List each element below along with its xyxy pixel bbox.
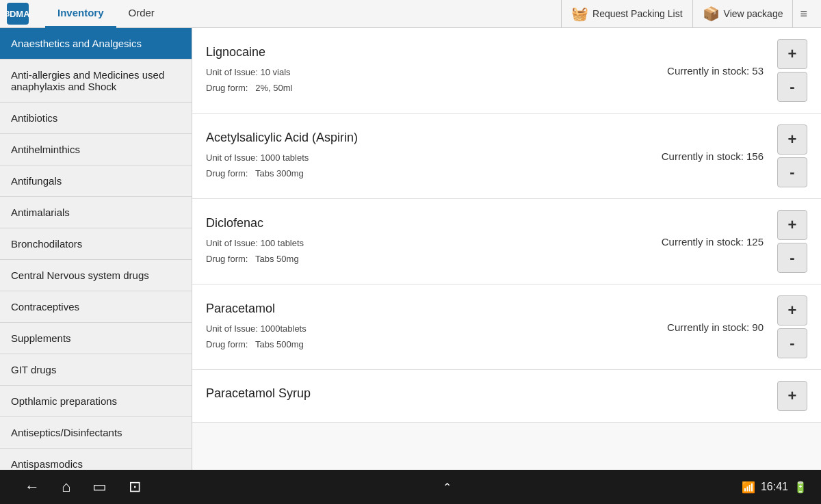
menu-button[interactable]: ≡ — [792, 0, 814, 28]
form-value: Tabs 300mg — [255, 168, 304, 178]
recent-apps-button[interactable]: ▭ — [81, 478, 118, 496]
decrement-button-aspirin[interactable]: - — [777, 157, 807, 187]
drug-stock-paracetamol: Currently in stock: 90 — [667, 321, 764, 333]
drug-details-lignocaine: Unit of Issue: 10 vialsDrug form: 2%, 50… — [206, 65, 667, 95]
unit-label: Unit of Issue: — [206, 67, 258, 77]
increment-button-paracetamol[interactable]: + — [777, 295, 807, 326]
sidebar-item-antimalarials[interactable]: Antimalarials — [0, 197, 192, 228]
sidebar-item-cns-drugs[interactable]: Central Nervous system drugs — [0, 260, 192, 291]
sidebar-item-anti-allergies[interactable]: Anti-allergies and Medicines used anaphy… — [0, 59, 192, 103]
drug-quantity-buttons-paracetamol: +- — [777, 295, 807, 358]
form-label: Drug form: — [206, 168, 248, 178]
drug-list-content: LignocaineUnit of Issue: 10 vialsDrug fo… — [192, 28, 821, 470]
drug-quantity-buttons-paracetamol-syrup: + — [777, 381, 807, 411]
drug-info-aspirin: Acetylsalicylic Acid (Aspirin)Unit of Is… — [206, 131, 662, 181]
android-navigation-bar: ← ⌂ ▭ ⊡ ⌃ 📶 16:41 🔋 — [0, 470, 821, 504]
back-button[interactable]: ← — [14, 478, 51, 496]
sidebar-item-antihelminthics[interactable]: Antihelminthics — [0, 134, 192, 165]
drug-item-diclofenac: DiclofenacUnit of Issue: 100 tabletsDrug… — [192, 199, 821, 284]
drug-info-diclofenac: DiclofenacUnit of Issue: 100 tabletsDrug… — [206, 216, 662, 266]
top-navigation-bar: 3 DMA Inventory Order 🧺 Request Packing … — [0, 0, 821, 28]
form-label: Drug form: — [206, 339, 248, 349]
decrement-button-paracetamol[interactable]: - — [777, 328, 807, 358]
sidebar-item-contraceptives[interactable]: Contraceptives — [0, 291, 192, 323]
drug-name-paracetamol-syrup: Paracetamol Syrup — [206, 386, 764, 401]
sidebar-item-bronchodilators[interactable]: Bronchodilators — [0, 228, 192, 260]
view-package-button[interactable]: 📦 View package — [692, 0, 793, 28]
category-sidebar: Anaesthetics and AnalgesicsAnti-allergie… — [0, 28, 192, 470]
screenshot-button[interactable]: ⊡ — [118, 478, 152, 496]
drug-name-aspirin: Acetylsalicylic Acid (Aspirin) — [206, 131, 662, 145]
drug-info-lignocaine: LignocaineUnit of Issue: 10 vialsDrug fo… — [206, 45, 667, 95]
decrement-button-lignocaine[interactable]: - — [777, 72, 807, 102]
increment-button-aspirin[interactable]: + — [777, 124, 807, 155]
drug-item-paracetamol-syrup: Paracetamol Syrup+ — [192, 370, 821, 423]
drug-info-paracetamol-syrup: Paracetamol Syrup — [206, 386, 764, 406]
nav-tab-inventory[interactable]: Inventory — [45, 0, 116, 28]
form-value: Tabs 50mg — [255, 254, 299, 264]
package-icon: 📦 — [703, 5, 720, 22]
clock: 16:41 — [761, 481, 788, 493]
unit-value: 10 vials — [261, 67, 291, 77]
drug-item-aspirin: Acetylsalicylic Acid (Aspirin)Unit of Is… — [192, 114, 821, 199]
app-logo: 3 DMA — [7, 3, 31, 25]
form-label: Drug form: — [206, 254, 248, 264]
logo-icon: 3 DMA — [7, 3, 29, 25]
request-packing-list-button[interactable]: 🧺 Request Packing List — [561, 0, 692, 28]
drug-stock-aspirin: Currently in stock: 156 — [662, 150, 764, 162]
unit-value: 1000 tablets — [261, 152, 309, 163]
drug-stock-diclofenac: Currently in stock: 125 — [662, 236, 764, 248]
home-button[interactable]: ⌂ — [51, 478, 81, 496]
increment-button-paracetamol-syrup[interactable]: + — [777, 381, 807, 411]
sidebar-item-opthlamic[interactable]: Opthlamic preparations — [0, 386, 192, 417]
signal-icon: 📶 — [742, 481, 755, 494]
drug-details-diclofenac: Unit of Issue: 100 tabletsDrug form: Tab… — [206, 236, 662, 266]
unit-label: Unit of Issue: — [206, 152, 258, 163]
drug-details-paracetamol: Unit of Issue: 1000tabletsDrug form: Tab… — [206, 321, 667, 352]
drug-details-aspirin: Unit of Issue: 1000 tabletsDrug form: Ta… — [206, 150, 662, 181]
unit-value: 100 tablets — [261, 238, 304, 248]
drug-item-lignocaine: LignocaineUnit of Issue: 10 vialsDrug fo… — [192, 28, 821, 114]
sidebar-item-antibiotics[interactable]: Antibiotics — [0, 103, 192, 134]
sidebar-item-supplements[interactable]: Supplements — [0, 323, 192, 354]
status-bar: 📶 16:41 🔋 — [742, 481, 807, 494]
drug-name-paracetamol: Paracetamol — [206, 302, 667, 316]
drug-item-paracetamol: ParacetamolUnit of Issue: 1000tabletsDru… — [192, 284, 821, 370]
drug-info-paracetamol: ParacetamolUnit of Issue: 1000tabletsDru… — [206, 302, 667, 352]
sidebar-item-antiseptics[interactable]: Antiseptics/Disinfectants — [0, 417, 192, 449]
decrement-button-diclofenac[interactable]: - — [777, 243, 807, 273]
drug-name-diclofenac: Diclofenac — [206, 216, 662, 230]
drug-quantity-buttons-aspirin: +- — [777, 124, 807, 187]
sidebar-item-git-drugs[interactable]: GIT drugs — [0, 354, 192, 386]
drug-name-lignocaine: Lignocaine — [206, 45, 667, 59]
unit-value: 1000tablets — [261, 323, 307, 334]
battery-icon: 🔋 — [794, 481, 807, 494]
form-label: Drug form: — [206, 83, 248, 93]
unit-label: Unit of Issue: — [206, 323, 258, 334]
view-package-label: View package — [724, 8, 783, 19]
form-value: 2%, 50ml — [255, 83, 292, 93]
basket-icon: 🧺 — [571, 5, 588, 22]
unit-label: Unit of Issue: — [206, 238, 258, 248]
drug-quantity-buttons-diclofenac: +- — [777, 210, 807, 273]
drug-stock-lignocaine: Currently in stock: 53 — [667, 65, 764, 77]
nav-tab-order[interactable]: Order — [116, 0, 167, 28]
sidebar-item-antispasmodics[interactable]: Antispasmodics — [0, 449, 192, 470]
sidebar-item-antifungals[interactable]: Antifungals — [0, 165, 192, 197]
increment-button-lignocaine[interactable]: + — [777, 39, 807, 69]
request-packing-list-label: Request Packing List — [592, 8, 683, 19]
logo-abbr: DMA — [10, 9, 30, 19]
increment-button-diclofenac[interactable]: + — [777, 210, 807, 240]
main-content-area: Anaesthetics and AnalgesicsAnti-allergie… — [0, 28, 821, 470]
sidebar-item-anaesthetics[interactable]: Anaesthetics and Analgesics — [0, 28, 192, 59]
drug-quantity-buttons-lignocaine: +- — [777, 39, 807, 102]
form-value: Tabs 500mg — [255, 339, 304, 349]
up-button[interactable]: ⌃ — [432, 481, 462, 494]
